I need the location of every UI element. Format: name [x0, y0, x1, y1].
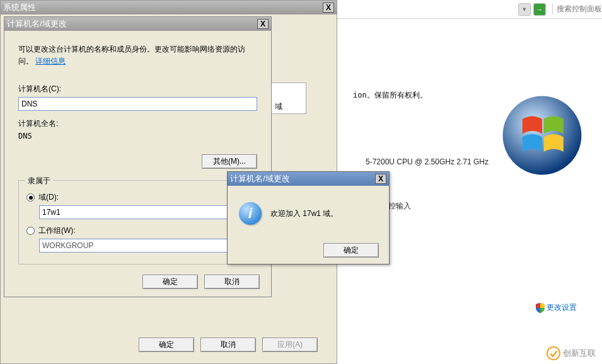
pen-touch-text: 笔或触控输入 — [366, 201, 589, 212]
rights-reserved-text: ion。保留所有权利。 — [353, 90, 427, 101]
full-computer-name-label: 计算机全名: — [18, 118, 257, 129]
apply-button[interactable]: 应用(A) — [262, 338, 318, 352]
svg-point-0 — [503, 96, 582, 175]
computer-name-label: 计算机名(C): — [18, 84, 257, 94]
details-link[interactable]: 详细信息 — [35, 57, 66, 65]
computer-name-input[interactable] — [18, 97, 257, 111]
other-button[interactable]: 其他(M)... — [202, 154, 257, 169]
rename-title: 计算机名/域更改 — [7, 18, 257, 30]
close-icon: X — [326, 3, 331, 12]
watermark: 创新互联 — [547, 346, 596, 360]
svg-point-1 — [547, 347, 560, 360]
chevron-down-icon: ▾ — [523, 5, 526, 13]
nav-forward-button[interactable]: → — [533, 3, 546, 16]
watermark-icon — [547, 346, 560, 360]
nav-back-button[interactable]: ▾ — [518, 3, 531, 16]
system-properties-button-row: 确定 取消 应用(A) — [139, 338, 318, 352]
close-button[interactable]: X — [375, 174, 386, 184]
close-icon: X — [260, 20, 265, 28]
shield-icon — [536, 303, 545, 313]
system-properties-titlebar[interactable]: 系统属性 X — [1, 1, 337, 14]
domain-join-messagebox: 计算机名/域更改 X i 欢迎加入 17w1 域。 确定 — [227, 171, 390, 264]
close-button[interactable]: X — [257, 19, 269, 29]
messagebox-titlebar[interactable]: 计算机名/域更改 X — [228, 172, 389, 186]
arrow-right-icon: → — [536, 6, 543, 13]
cancel-button[interactable]: 取消 — [204, 275, 260, 289]
messagebox-title: 计算机名/域更改 — [230, 173, 375, 185]
messagebox-text: 欢迎加入 17w1 域。 — [270, 208, 338, 219]
change-settings-link[interactable]: 更改设置 — [536, 302, 577, 313]
domain-partial-label: 域 — [275, 101, 282, 112]
ok-button[interactable]: 确定 — [139, 338, 194, 352]
workgroup-radio[interactable] — [26, 227, 35, 235]
rename-description: 可以更改这台计算机的名称和成员身份。更改可能影响网络资源的访问。 详细信息 — [18, 43, 257, 67]
full-computer-name-value: DNS — [18, 132, 257, 140]
info-icon: i — [239, 202, 262, 225]
ok-button[interactable]: 确定 — [142, 275, 198, 289]
domain-radio[interactable] — [26, 193, 35, 202]
member-of-legend: 隶属于 — [25, 176, 53, 186]
workgroup-radio-label: 工作组(W): — [38, 225, 76, 236]
search-control-panel[interactable]: 搜索控制面板 — [552, 4, 602, 14]
rename-titlebar[interactable]: 计算机名/域更改 X — [4, 17, 271, 31]
close-button[interactable]: X — [323, 3, 334, 13]
close-icon: X — [378, 174, 383, 183]
rename-button-row: 确定 取消 — [142, 275, 260, 289]
ok-button[interactable]: 确定 — [323, 243, 379, 258]
windows-logo-icon — [501, 94, 583, 176]
cancel-button[interactable]: 取消 — [200, 338, 256, 352]
member-of-fieldset: 隶属于 域(D): 工作组(W): — [18, 180, 257, 264]
domain-radio-label: 域(D): — [38, 192, 59, 203]
system-properties-title: 系统属性 — [3, 2, 323, 13]
